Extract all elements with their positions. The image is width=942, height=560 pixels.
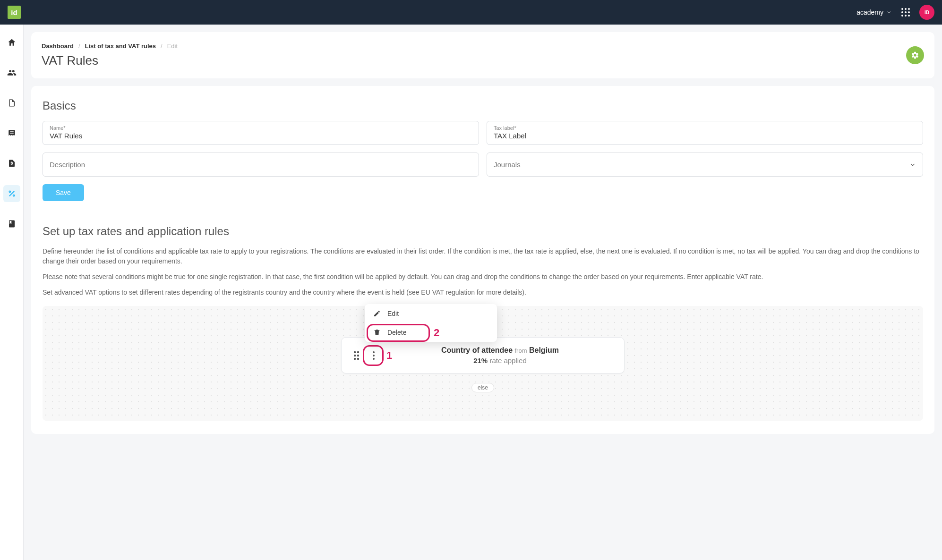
- org-name: academy: [856, 8, 883, 16]
- journals-label: Journals: [494, 161, 521, 169]
- org-switcher[interactable]: academy: [856, 8, 892, 16]
- nav-invoice[interactable]: [3, 155, 20, 172]
- save-button[interactable]: Save: [43, 184, 84, 201]
- receipt-icon: [8, 129, 16, 137]
- settings-button[interactable]: [906, 46, 924, 64]
- breadcrumb-list[interactable]: List of tax and VAT rules: [85, 42, 156, 50]
- popover-edit[interactable]: Edit: [365, 304, 497, 323]
- description-field[interactable]: [43, 153, 479, 177]
- pencil-icon: [373, 310, 381, 317]
- popover-delete-label: Delete: [387, 329, 406, 336]
- body-card: Basics Name* Tax label* Journals: [31, 86, 934, 434]
- avatar[interactable]: ID: [919, 5, 934, 20]
- else-pill: else: [471, 383, 494, 392]
- svg-point-1: [9, 191, 10, 192]
- chevron-down-icon: [886, 9, 892, 15]
- page-header-card: Dashboard / List of tax and VAT rules / …: [31, 32, 934, 78]
- nav-book[interactable]: [3, 215, 20, 232]
- basics-title: Basics: [43, 99, 923, 112]
- chevron-down-icon: [909, 161, 916, 168]
- percent-icon: [8, 189, 16, 198]
- breadcrumb-dashboard[interactable]: Dashboard: [42, 42, 74, 50]
- rule-rate: 21% rate applied: [388, 356, 612, 365]
- annotation-2: 2: [434, 327, 439, 339]
- breadcrumb: Dashboard / List of tax and VAT rules / …: [42, 42, 924, 50]
- page-title: VAT Rules: [42, 53, 924, 68]
- rule-popover: Edit Delete 2: [365, 304, 497, 342]
- taxlabel-field[interactable]: Tax label*: [487, 121, 923, 145]
- drag-handle-icon[interactable]: [354, 351, 359, 360]
- book-icon: [8, 220, 16, 228]
- nav-receipt[interactable]: [3, 125, 20, 142]
- top-bar: id academy ID: [0, 0, 942, 25]
- nav-tax[interactable]: [3, 185, 20, 202]
- left-nav: [0, 25, 24, 560]
- rule-card: 1 Edit Delete: [341, 337, 625, 373]
- nav-people[interactable]: [3, 64, 20, 81]
- taxlabel-input[interactable]: [494, 132, 916, 140]
- journals-field[interactable]: Journals: [487, 153, 923, 177]
- apps-grid-icon[interactable]: [901, 8, 910, 17]
- popover-edit-label: Edit: [387, 310, 399, 317]
- invoice-icon: [8, 159, 16, 168]
- name-input[interactable]: [50, 132, 472, 140]
- home-icon: [7, 38, 17, 47]
- rules-title: Set up tax rates and application rules: [43, 225, 923, 238]
- svg-point-2: [13, 195, 14, 196]
- rule-condition: Country of attendee from Belgium: [388, 346, 612, 355]
- taxlabel-label: Tax label*: [494, 125, 916, 131]
- rules-para-2: Please note that several conditions migh…: [43, 272, 923, 282]
- popover-delete[interactable]: Delete 2: [365, 323, 497, 342]
- rule-menu-button[interactable]: 1 Edit Delete: [367, 348, 381, 363]
- gear-icon: [911, 51, 919, 59]
- name-field[interactable]: Name*: [43, 121, 479, 145]
- description-input[interactable]: [50, 161, 472, 169]
- app-logo[interactable]: id: [8, 6, 21, 19]
- kebab-icon: [373, 351, 375, 360]
- rules-para-3: Set advanced VAT options to set differen…: [43, 288, 923, 297]
- rules-para-1: Define hereunder the list of conditions …: [43, 246, 923, 266]
- trash-icon: [373, 329, 381, 336]
- nav-doc1[interactable]: [3, 94, 20, 111]
- rule-canvas: if 1 Edi: [43, 306, 923, 421]
- people-icon: [7, 68, 17, 77]
- nav-home[interactable]: [3, 34, 20, 51]
- document-icon: [8, 99, 16, 107]
- breadcrumb-current: Edit: [167, 42, 178, 50]
- name-label: Name*: [50, 125, 472, 131]
